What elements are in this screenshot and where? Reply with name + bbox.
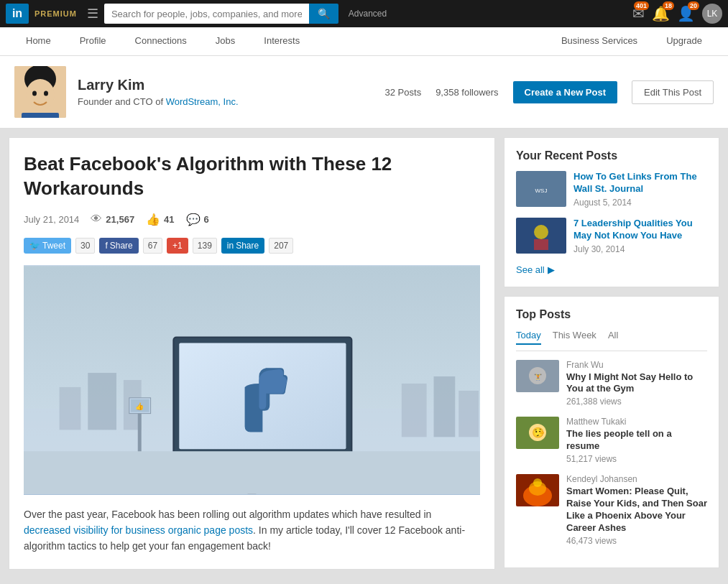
company-link[interactable]: WordStream, Inc. [166,96,239,107]
top-posts-section: Top Posts Today This Week All 🏋 Frank Wu… [504,296,719,568]
top-navigation: in PREMIUM ☰ 🔍 Advanced ✉ 401 🔔 18 👤 20 … [0,0,728,27]
messages-icon-item[interactable]: ✉ 401 [632,5,645,22]
facebook-share-button[interactable]: f Share [99,238,138,254]
recent-post-thumbnail-2 [516,218,566,254]
views-count: 👁 21,567 [91,213,134,226]
premium-label: PREMIUM [34,9,77,18]
nav-connections[interactable]: Connections [121,27,201,56]
search-box: 🔍 [104,4,338,24]
profile-name: Larry Kim [78,77,374,93]
likes-count: 👍 41 [146,213,174,226]
see-all-link[interactable]: See all ▶ [516,264,707,275]
top-post-info-2: Matthew Tukaki The lies people tell on a… [566,417,707,464]
svg-rect-12 [434,376,456,437]
top-post-views-3: 46,473 views [566,536,707,546]
advanced-link[interactable]: Advanced [349,9,387,19]
create-post-button[interactable]: Create a New Post [513,81,617,103]
profile-info: Larry Kim Founder and CTO of WordStream,… [78,77,374,107]
comments-number: 6 [204,214,209,225]
top-post-views-2: 51,217 views [566,454,707,464]
recent-post-info-2: 7 Leadership Qualities You May Not Know … [573,218,707,254]
notifications-badge: 18 [663,1,674,10]
svg-text:🏋: 🏋 [534,373,543,381]
people-badge: 20 [688,1,699,10]
people-icon-item[interactable]: 👤 20 [677,5,695,22]
notifications-icon-item[interactable]: 🔔 18 [652,5,670,22]
nav-home[interactable]: Home [11,27,65,56]
top-post-item-2: 🤥 Matthew Tukaki The lies people tell on… [516,417,707,464]
views-number: 21,567 [106,214,134,225]
recent-post-title-2[interactable]: 7 Leadership Qualities You May Not Know … [573,218,707,242]
top-post-info-3: Kendeyl Johansen Smart Women: Please Qui… [566,474,707,546]
gplus-count: 139 [193,238,217,254]
chevron-right-icon: ▶ [548,264,555,275]
recent-post-info-1: How To Get Links From The Wall St. Journ… [573,171,707,208]
svg-rect-9 [88,373,116,430]
article-body-link[interactable]: decreased visibility for business organi… [24,524,253,536]
profile-avatar-image [14,66,66,118]
gplus-button[interactable]: +1 [167,238,188,254]
nav-jobs[interactable]: Jobs [201,27,249,56]
linkedin-logo[interactable]: in [6,4,29,24]
top-post-thumb-3 [516,474,559,506]
nav-profile[interactable]: Profile [65,27,121,56]
comments-count: 💬 6 [186,213,209,226]
top-post-title-1[interactable]: Why I Might Not Say Hello to You at the … [566,371,707,396]
nav-icons: ✉ 401 🔔 18 👤 20 LK [632,4,722,24]
svg-rect-11 [402,384,427,437]
nav-upgrade[interactable]: Upgrade [652,27,717,56]
user-avatar[interactable]: LK [702,4,722,24]
article-content: Beat Facebook's Algorithm with These 12 … [9,137,495,570]
svg-point-36 [533,478,542,487]
billboard-illustration: 👍 [24,265,480,495]
comment-icon: 💬 [186,213,201,226]
top-post-thumb-2: 🤥 [516,417,559,449]
facebook-icon: f [105,241,107,251]
posts-count: 32 Posts [385,87,422,98]
tweet-count: 30 [75,238,95,254]
share-buttons: 🐦 Tweet 30 f Share 67 +1 139 in Share 20… [24,238,480,254]
followers-count: 9,358 followers [436,87,498,98]
likes-number: 41 [164,214,174,225]
right-sidebar: Your Recent Posts WSJ How To Get Links F… [504,137,719,570]
linkedin-count: 207 [269,238,293,254]
top-post-author-3: Kendeyl Johansen [566,474,707,484]
menu-icon[interactable]: ☰ [87,6,98,22]
svg-point-3 [32,91,37,96]
twitter-icon: 🐦 [29,241,40,251]
main-layout: Beat Facebook's Algorithm with These 12 … [0,129,728,578]
top-posts-tabs: Today This Week All [516,330,707,351]
search-input[interactable] [104,4,309,24]
tab-this-week[interactable]: This Week [553,330,596,345]
secondary-navigation: Home Profile Connections Jobs Interests … [0,27,728,56]
top-post-title-3[interactable]: Smart Women: Please Quit, Raise Your Kid… [566,486,707,534]
top-post-item-3: Kendeyl Johansen Smart Women: Please Qui… [516,474,707,546]
linkedin-share-button[interactable]: in Share [221,238,264,254]
top-post-title-2[interactable]: The lies people tell on a resume [566,428,707,453]
nav-business-services[interactable]: Business Services [547,27,652,56]
top-post-info-1: Frank Wu Why I Might Not Say Hello to Yo… [566,360,707,407]
linkedin-share-icon: in [227,241,234,251]
post-date: July 21, 2014 [24,214,79,225]
svg-rect-26 [534,239,548,250]
svg-rect-5 [22,113,59,118]
tab-all[interactable]: All [608,330,618,345]
search-button[interactable]: 🔍 [309,4,338,24]
facebook-count: 67 [143,238,162,254]
edit-post-button[interactable]: Edit This Post [632,80,714,104]
post-meta: July 21, 2014 👁 21,567 👍 41 💬 6 [24,213,480,226]
recent-posts-section: Your Recent Posts WSJ How To Get Links F… [504,137,719,287]
tab-today[interactable]: Today [516,330,541,345]
recent-post-thumbnail-1: WSJ [516,171,566,207]
top-post-author-1: Frank Wu [566,360,707,370]
recent-post-title-1[interactable]: How To Get Links From The Wall St. Journ… [573,171,707,195]
profile-header: Larry Kim Founder and CTO of WordStream,… [0,56,728,129]
nav-interests[interactable]: Interests [249,27,314,56]
eye-icon: 👁 [91,213,102,226]
svg-rect-21 [24,451,480,494]
tweet-button[interactable]: 🐦 Tweet [24,238,71,254]
top-post-author-2: Matthew Tukaki [566,417,707,427]
top-post-thumb-1: 🏋 [516,360,559,392]
recent-post-date-2: July 30, 2014 [573,244,707,254]
top-post-views-1: 261,388 views [566,397,707,407]
